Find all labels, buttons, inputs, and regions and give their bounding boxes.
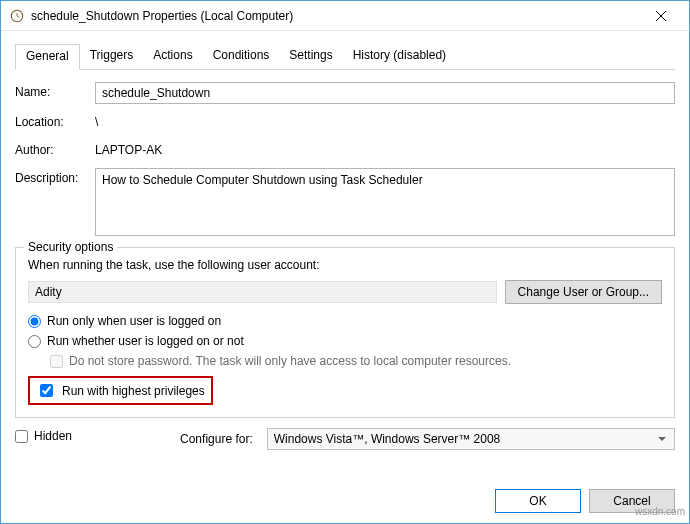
ok-button[interactable]: OK xyxy=(495,489,581,513)
checkbox-do-not-store-label: Do not store password. The task will onl… xyxy=(69,354,511,368)
tab-conditions[interactable]: Conditions xyxy=(203,44,280,70)
dialog-footer: OK Cancel xyxy=(495,489,675,513)
name-label: Name: xyxy=(15,82,95,99)
security-prompt: When running the task, use the following… xyxy=(28,258,662,272)
description-label: Description: xyxy=(15,168,95,185)
tabstrip: General Triggers Actions Conditions Sett… xyxy=(15,43,675,70)
tab-actions[interactable]: Actions xyxy=(143,44,202,70)
configure-for-dropdown[interactable]: Windows Vista™, Windows Server™ 2008 xyxy=(267,428,675,450)
close-icon xyxy=(656,11,666,21)
checkbox-do-not-store-input xyxy=(50,355,63,368)
window-title: schedule_Shutdown Properties (Local Comp… xyxy=(31,9,641,23)
checkbox-run-highest-input[interactable] xyxy=(40,384,53,397)
close-button[interactable] xyxy=(641,2,681,30)
radio-run-whether-label: Run whether user is logged on or not xyxy=(47,334,244,348)
user-account-field: Adity xyxy=(28,281,497,303)
security-options-fieldset: Security options When running the task, … xyxy=(15,247,675,418)
name-input[interactable] xyxy=(95,82,675,104)
radio-run-whether-input[interactable] xyxy=(28,335,41,348)
configure-for-value: Windows Vista™, Windows Server™ 2008 xyxy=(274,432,501,446)
radio-run-logged-on[interactable]: Run only when user is logged on xyxy=(28,314,662,328)
location-value: \ xyxy=(95,112,675,132)
properties-dialog: schedule_Shutdown Properties (Local Comp… xyxy=(0,0,690,524)
radio-run-logged-on-input[interactable] xyxy=(28,315,41,328)
svg-line-2 xyxy=(17,16,19,17)
titlebar: schedule_Shutdown Properties (Local Comp… xyxy=(1,1,689,31)
author-value: LAPTOP-AK xyxy=(95,140,675,160)
description-input[interactable] xyxy=(95,168,675,236)
dialog-content: General Triggers Actions Conditions Sett… xyxy=(1,31,689,450)
security-options-legend: Security options xyxy=(24,240,117,254)
clock-icon xyxy=(9,8,25,24)
change-user-button[interactable]: Change User or Group... xyxy=(505,280,662,304)
checkbox-run-highest[interactable]: Run with highest privileges xyxy=(28,376,213,405)
tab-triggers[interactable]: Triggers xyxy=(80,44,144,70)
checkbox-do-not-store: Do not store password. The task will onl… xyxy=(50,354,662,368)
radio-run-logged-on-label: Run only when user is logged on xyxy=(47,314,221,328)
location-label: Location: xyxy=(15,112,95,129)
tab-general[interactable]: General xyxy=(15,44,80,70)
radio-run-whether[interactable]: Run whether user is logged on or not xyxy=(28,334,662,348)
checkbox-hidden-input[interactable] xyxy=(15,430,28,443)
tab-history[interactable]: History (disabled) xyxy=(343,44,456,70)
configure-for-label: Configure for: xyxy=(180,432,253,446)
cancel-button[interactable]: Cancel xyxy=(589,489,675,513)
checkbox-run-highest-label: Run with highest privileges xyxy=(62,384,205,398)
checkbox-hidden[interactable]: Hidden xyxy=(15,429,72,443)
author-label: Author: xyxy=(15,140,95,157)
checkbox-hidden-label: Hidden xyxy=(34,429,72,443)
tab-settings[interactable]: Settings xyxy=(279,44,342,70)
